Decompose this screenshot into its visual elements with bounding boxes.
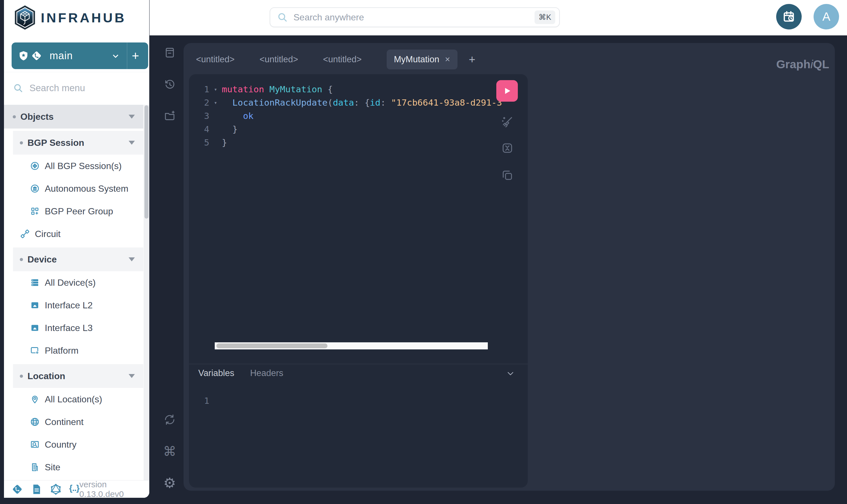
line-number: 1 bbox=[189, 83, 209, 96]
line-number: 3 bbox=[189, 109, 209, 123]
graphql-icon[interactable] bbox=[50, 483, 62, 495]
shield-star-icon bbox=[18, 50, 29, 61]
site-icon bbox=[30, 462, 40, 472]
triangle-down-icon bbox=[129, 257, 135, 262]
graphiql-tabs: <untitled><untitled><untitled>MyMutation… bbox=[196, 43, 475, 76]
prettify-icon[interactable] bbox=[501, 115, 514, 128]
tab-1[interactable]: <untitled> bbox=[260, 54, 298, 65]
search-icon bbox=[13, 83, 23, 93]
execute-query-button[interactable] bbox=[496, 80, 518, 102]
editor-line: 4 } bbox=[189, 123, 485, 136]
refetch-schema-icon[interactable] bbox=[164, 414, 176, 426]
divider bbox=[189, 364, 528, 364]
menu-scrollbar[interactable] bbox=[144, 105, 149, 485]
menu-item-autonomous-system[interactable]: Autonomous System bbox=[4, 177, 149, 200]
docs-icon[interactable] bbox=[164, 47, 176, 59]
fold-marker-icon bbox=[209, 109, 222, 123]
fold-marker-icon bbox=[209, 136, 222, 149]
app-root: { "sidebar": { "logo_text": "INFRAHUB", … bbox=[0, 0, 847, 504]
continent-icon bbox=[30, 417, 40, 427]
menu-item-all-device-s-[interactable]: All Device(s) bbox=[4, 271, 149, 294]
avatar[interactable]: A bbox=[814, 4, 839, 30]
menu-item-all-location-s-[interactable]: All Location(s) bbox=[4, 388, 149, 411]
graphiql-sidebar: ⌘ ⚙ bbox=[156, 35, 183, 504]
search-icon bbox=[277, 12, 288, 23]
query-editor[interactable]: 1▾mutation MyMutation {2▾ LocationRackUp… bbox=[189, 83, 485, 149]
bullet-icon bbox=[20, 258, 23, 261]
menu-section-bgp-session[interactable]: BGP Session bbox=[13, 131, 143, 155]
menu-item-site[interactable]: Site bbox=[4, 456, 149, 479]
menu-section-objects[interactable]: Objects bbox=[4, 105, 143, 129]
editor-horizontal-scrollbar[interactable] bbox=[215, 342, 488, 349]
fold-marker-icon[interactable]: ▾ bbox=[209, 83, 222, 96]
copy-query-icon[interactable] bbox=[501, 169, 514, 182]
fold-marker-icon bbox=[209, 123, 222, 136]
sidebar-menu: ObjectsBGP SessionAll BGP Session(s)Auto… bbox=[4, 105, 149, 485]
play-icon bbox=[502, 86, 512, 96]
menu-item-bgp-peer-group[interactable]: BGP Peer Group bbox=[4, 200, 149, 222]
menu-item-interface-l3[interactable]: Interface L3 bbox=[4, 317, 149, 339]
editor-line: 1▾mutation MyMutation { bbox=[189, 83, 485, 96]
menu-scrollbar-thumb[interactable] bbox=[144, 105, 148, 219]
avatar-letter: A bbox=[822, 10, 830, 23]
secondary-editor-tabs: Variables Headers bbox=[198, 368, 299, 378]
json-braces-icon[interactable]: {..} bbox=[69, 483, 79, 495]
tab-0[interactable]: <untitled> bbox=[196, 54, 234, 65]
location-icon bbox=[30, 394, 40, 404]
menu-section-device[interactable]: Device bbox=[13, 248, 143, 271]
settings-gear-icon[interactable]: ⚙ bbox=[163, 476, 176, 489]
menu-search-input[interactable] bbox=[30, 83, 137, 93]
tab-label: MyMutation bbox=[394, 54, 439, 65]
bullet-icon bbox=[13, 115, 16, 118]
tab-2[interactable]: <untitled> bbox=[323, 54, 361, 65]
global-search-input[interactable] bbox=[294, 12, 534, 23]
menu-item-all-bgp-session-s-[interactable]: All BGP Session(s) bbox=[4, 155, 149, 177]
graphiql-logo: GraphiQL bbox=[776, 58, 829, 71]
time-travel-button[interactable] bbox=[776, 4, 802, 30]
menu-item-circuit[interactable]: Circuit bbox=[4, 222, 149, 245]
menu-item-continent[interactable]: Continent bbox=[4, 411, 149, 433]
tab-active[interactable]: MyMutation× bbox=[387, 50, 458, 69]
branch-name: main bbox=[50, 50, 73, 62]
line-number: 2 bbox=[189, 96, 209, 109]
menu-item-country[interactable]: Country bbox=[4, 433, 149, 456]
editor-line: 2▾ LocationRackUpdate(data: {id: "17cb66… bbox=[189, 96, 485, 109]
triangle-down-icon bbox=[129, 115, 135, 119]
editor-session: 1▾mutation MyMutation {2▾ LocationRackUp… bbox=[189, 74, 528, 488]
merge-fragments-icon[interactable] bbox=[501, 142, 514, 155]
tab-headers[interactable]: Headers bbox=[250, 368, 283, 378]
version-label: version 0.13.0.dev0 bbox=[79, 480, 142, 499]
tab-variables[interactable]: Variables bbox=[198, 368, 234, 378]
explorer-folder-icon[interactable] bbox=[164, 110, 176, 122]
menu-item-platform[interactable]: Platform bbox=[4, 339, 149, 362]
triangle-down-icon bbox=[129, 141, 135, 145]
device-icon bbox=[30, 277, 40, 288]
graphiql-container: <untitled><untitled><untitled>MyMutation… bbox=[183, 43, 835, 491]
editor-scrollbar-thumb[interactable] bbox=[216, 343, 328, 348]
bgp-session-icon bbox=[30, 161, 40, 171]
fold-marker-icon[interactable]: ▾ bbox=[209, 96, 222, 109]
close-tab-icon[interactable]: × bbox=[445, 54, 450, 65]
keyboard-shortcuts-icon[interactable]: ⌘ bbox=[163, 445, 176, 457]
calendar-clock-icon bbox=[782, 10, 795, 23]
country-icon bbox=[30, 439, 40, 450]
app-title: INFRAHUB bbox=[41, 10, 126, 25]
git-icon[interactable] bbox=[11, 483, 23, 495]
editor-line: 3 ok bbox=[189, 109, 485, 123]
add-branch-button[interactable]: + bbox=[127, 42, 144, 69]
schema-file-icon[interactable] bbox=[31, 483, 42, 495]
line-number: 4 bbox=[189, 123, 209, 136]
branch-selector-button[interactable]: main + bbox=[12, 42, 148, 69]
logo: INFRAHUB bbox=[14, 3, 126, 32]
git-branch-icon bbox=[31, 50, 42, 61]
menu-item-interface-l2[interactable]: Interface L2 bbox=[4, 294, 149, 317]
bullet-icon bbox=[20, 141, 23, 144]
platform-icon bbox=[30, 345, 40, 356]
add-tab-button[interactable]: + bbox=[469, 53, 475, 66]
menu-section-location[interactable]: Location bbox=[13, 364, 143, 388]
sidebar: INFRAHUB main + ObjectsBGP Sess bbox=[4, 0, 149, 498]
interface-icon bbox=[30, 323, 40, 333]
circuit-icon bbox=[20, 229, 30, 239]
history-icon[interactable] bbox=[164, 78, 176, 90]
collapse-chevron-icon[interactable] bbox=[506, 368, 515, 378]
